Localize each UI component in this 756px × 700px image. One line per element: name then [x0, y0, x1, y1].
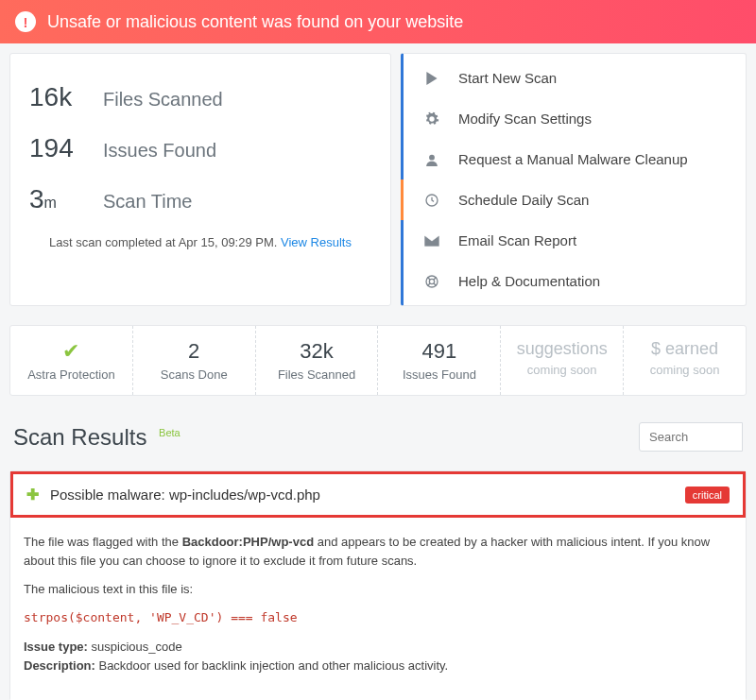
summary-earned: $ earned coming soon [624, 326, 746, 395]
request-cleanup-button[interactable]: Request a Manual Malware Cleanup [404, 139, 746, 179]
scan-time-value: 3m [29, 184, 86, 214]
summary-bar: ✔ Astra Protection 2 Scans Done 32k File… [9, 325, 747, 396]
user-icon [422, 153, 441, 166]
results-heading: Scan Results Beta [13, 424, 180, 451]
warning-icon: ! [15, 11, 36, 32]
play-icon [422, 72, 441, 85]
result-item: ✚ Possible malware: wp-includes/wp-vcd.p… [9, 470, 747, 700]
result-body: The file was flagged with the Backdoor:P… [10, 518, 746, 700]
mail-icon [422, 235, 441, 247]
result-header-row[interactable]: ✚ Possible malware: wp-includes/wp-vcd.p… [10, 471, 746, 518]
severity-badge: critical [685, 487, 730, 504]
search-input[interactable] [639, 422, 743, 452]
svg-point-3 [429, 279, 434, 283]
summary-files: 32k Files Scanned [256, 326, 379, 395]
alert-banner: ! Unsafe or malicious content was found … [0, 0, 756, 43]
scan-stats-panel: 16k Files Scanned 194 Issues Found 3m Sc… [9, 53, 391, 306]
svg-point-0 [429, 154, 435, 160]
result-title: Possible malware: wp-includes/wp-vcd.php [50, 487, 320, 503]
issues-found-value: 194 [29, 133, 86, 163]
alert-message: Unsafe or malicious content was found on… [47, 12, 463, 32]
beta-tag: Beta [159, 427, 180, 438]
check-icon: ✔ [16, 339, 127, 364]
start-scan-button[interactable]: Start New Scan [404, 58, 746, 98]
results-header: Scan Results Beta [0, 405, 756, 461]
life-ring-icon [422, 274, 441, 289]
scan-time-label: Scan Time [103, 191, 192, 213]
help-button[interactable]: Help & Documentation [404, 261, 746, 301]
schedule-scan-button[interactable]: Schedule Daily Scan [401, 179, 746, 220]
email-report-button[interactable]: Email Scan Report [404, 220, 746, 261]
summary-suggestions: suggestions coming soon [501, 326, 624, 395]
issues-found-label: Issues Found [103, 140, 216, 162]
modify-settings-button[interactable]: Modify Scan Settings [404, 98, 746, 139]
summary-protection: ✔ Astra Protection [10, 326, 133, 395]
expand-icon[interactable]: ✚ [26, 486, 39, 504]
summary-scans-done: 2 Scans Done [133, 326, 256, 395]
summary-issues: 491 Issues Found [378, 326, 501, 395]
search-box[interactable] [639, 422, 743, 452]
last-scan-text: Last scan completed at Apr 15, 09:29 PM.… [29, 235, 371, 249]
clock-icon [422, 193, 441, 208]
gear-icon [422, 111, 441, 127]
view-results-link[interactable]: View Results [281, 235, 352, 249]
malicious-code: strpos($content, 'WP_V_CD') === false [24, 608, 732, 627]
files-scanned-value: 16k [29, 82, 86, 112]
actions-panel: Start New Scan Modify Scan Settings Requ… [401, 53, 747, 306]
files-scanned-label: Files Scanned [103, 89, 223, 111]
